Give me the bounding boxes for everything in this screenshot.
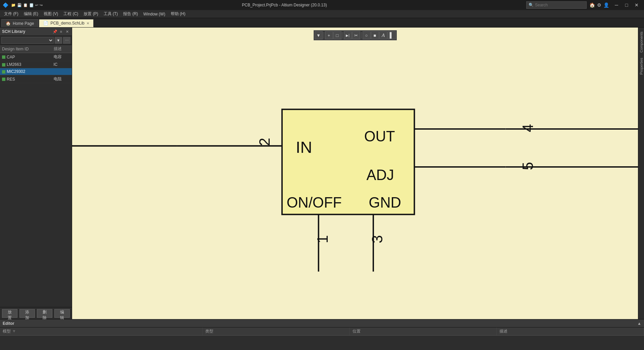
lib-cell-mic29302-id: MIC29302 (0, 68, 52, 75)
editor-header: Editor ▲ (0, 319, 644, 327)
user-icon[interactable]: 👤 (603, 2, 609, 8)
lib-row-cap[interactable]: CAP 电容 (0, 53, 72, 61)
menu-window[interactable]: Window (W) (141, 11, 168, 17)
remove-button[interactable]: 删除 (37, 309, 52, 318)
lib-table: Design Item ID 描述 CAP 电容 LM2663 (0, 45, 72, 83)
onoff-label: ON/OFF (286, 194, 341, 211)
home-tab-label: Home Page (13, 21, 34, 26)
place-button[interactable]: 放置 (2, 309, 17, 318)
home-icon[interactable]: 🏠 (589, 2, 595, 8)
cap-color-dot (2, 55, 5, 59)
pin-3-number: 3 (369, 235, 385, 243)
menu-view[interactable]: 视图 (V) (41, 10, 61, 17)
window-controls: ─ □ ✕ (612, 1, 641, 9)
canvas-area[interactable]: ▼ + □ ▶| ✂ ○ ■ A ▌ (72, 28, 638, 319)
lib-cell-cap-id: CAP (0, 53, 52, 61)
schlib-tab-label: PCB_demo.SchLib (50, 21, 84, 26)
lm2663-color-dot (2, 63, 5, 67)
tab-pcb-demo[interactable]: 📄 PCB_demo.SchLib ✕ (39, 19, 93, 27)
adj-label: ADJ (367, 167, 394, 183)
col-desc: 描述 (52, 45, 72, 53)
select-tool-button[interactable]: □ (333, 31, 341, 39)
lib-toolbar: ▼ ⋯ (0, 36, 72, 45)
settings-icon[interactable]: ⚙ (597, 2, 601, 8)
lib-row-mic29302[interactable]: MIC29302 (0, 68, 72, 75)
col-type: 类型 (202, 327, 350, 336)
col-description: 描述 (497, 327, 644, 336)
components-tab[interactable]: Components (639, 29, 644, 55)
cut-tool-button[interactable]: ✂ (352, 31, 360, 39)
lib-options-button[interactable]: ⋯ (63, 37, 70, 44)
lib-cell-lm2663-desc: IC (52, 61, 72, 68)
run-tool-button[interactable]: ▶| (344, 31, 352, 39)
panel-menu-button[interactable]: ≡ (58, 29, 64, 34)
mic29302-color-dot (2, 70, 5, 74)
gnd-label: GND (369, 194, 401, 211)
title-right-icons: 🏠 ⚙ 👤 (589, 2, 609, 8)
editor-section: Editor ▲ 模型▼ 类型 位置 描述 无预览可见 (0, 319, 644, 350)
panel-close-button[interactable]: ✕ (64, 29, 70, 34)
lib-action-buttons: 放置 添加 删除 编辑 (0, 307, 72, 319)
lib-table-container: Design Item ID 描述 CAP 电容 LM2663 (0, 45, 72, 307)
toolbar-separator-1 (324, 32, 324, 39)
maximize-button[interactable]: □ (622, 1, 631, 9)
menubar: 文件 (F) 编辑 (E) 视图 (V) 工程 (C) 放置 (P) 工具 (T… (0, 10, 644, 18)
lib-cell-lm2663-id: LM2663 (0, 61, 52, 68)
search-icon: 🔍 (529, 3, 534, 7)
editor-table: 模型▼ 类型 位置 描述 (0, 327, 644, 336)
menu-help[interactable]: 帮助 (H) (168, 10, 188, 17)
lib-cell-cap-desc: 电容 (52, 53, 72, 61)
search-box[interactable]: 🔍 (526, 1, 587, 9)
lib-dropdown-button[interactable]: ▼ (55, 37, 62, 44)
pin-4-number: 4 (520, 124, 536, 132)
window-title: PCB_Project.PrjPcb - Altium Designer (20… (43, 3, 526, 7)
lib-row-lm2663[interactable]: LM2663 IC (0, 61, 72, 68)
minimize-button[interactable]: ─ (612, 1, 621, 9)
panel-title: SCH Library (2, 29, 25, 34)
left-panel: SCH Library 📌 ≡ ✕ ▼ ⋯ Design Item ID 描述 (0, 28, 72, 319)
schlib-tab-icon: 📄 (43, 21, 48, 26)
tab-close-icon[interactable]: ✕ (87, 21, 89, 25)
out-label: OUT (364, 128, 395, 144)
editor-collapse-icon[interactable]: ▲ (637, 321, 641, 326)
toolbar-separator-2 (342, 32, 343, 39)
search-input[interactable] (535, 3, 582, 7)
titlebar: 🔷 📁 💾 📋 🗒️ ↩ ↪ PCB_Project.PrjPcb - Alti… (0, 0, 644, 10)
res-color-dot (2, 78, 5, 81)
toolbar-separator-3 (361, 32, 362, 39)
lib-cell-mic29302-desc (52, 68, 72, 75)
col-position: 位置 (350, 327, 497, 336)
lib-selector[interactable] (1, 37, 54, 44)
lib-row-res[interactable]: RES 电阻 (0, 75, 72, 83)
menu-edit[interactable]: 编辑 (E) (21, 10, 41, 17)
properties-tab[interactable]: Properties (639, 55, 644, 77)
col-model: 模型▼ (0, 327, 202, 336)
lib-cell-res-id: RES (0, 75, 52, 83)
right-panel: Components Properties (638, 28, 644, 319)
close-button[interactable]: ✕ (632, 1, 641, 9)
schematic-drawing: IN ON/OFF OUT ADJ GND 2 4 5 1 3 (72, 28, 638, 319)
menu-place[interactable]: 放置 (P) (81, 10, 101, 17)
fill-tool-button[interactable]: ▌ (388, 31, 396, 39)
pin-2-number: 2 (257, 138, 273, 146)
circle-tool-button[interactable]: ○ (363, 31, 371, 39)
title-system-icons: 📁 💾 📋 🗒️ ↩ ↪ (11, 3, 43, 7)
home-tab-icon: 🏠 (6, 21, 11, 26)
text-tool-button[interactable]: A (379, 31, 387, 39)
add-tool-button[interactable]: + (325, 31, 333, 39)
panel-pin-button[interactable]: 📌 (52, 29, 58, 34)
menu-tools[interactable]: 工具 (T) (101, 10, 121, 17)
in-label: IN (296, 138, 312, 156)
tab-home-page[interactable]: 🏠 Home Page (1, 19, 38, 27)
pin-1-number: 1 (315, 235, 331, 243)
panel-header: SCH Library 📌 ≡ ✕ (0, 28, 72, 36)
tabbar: 🏠 Home Page 📄 PCB_demo.SchLib ✕ (0, 18, 644, 28)
filter-tool-button[interactable]: ▼ (315, 31, 323, 39)
edit-button[interactable]: 编辑 (54, 309, 70, 318)
add-button[interactable]: 添加 (19, 309, 35, 318)
menu-reports[interactable]: 报告 (R) (120, 10, 141, 17)
schematic-toolbar: ▼ + □ ▶| ✂ ○ ■ A ▌ (314, 30, 397, 40)
menu-file[interactable]: 文件 (F) (1, 10, 21, 17)
rect-tool-button[interactable]: ■ (371, 31, 379, 39)
menu-project[interactable]: 工程 (C) (61, 10, 81, 17)
